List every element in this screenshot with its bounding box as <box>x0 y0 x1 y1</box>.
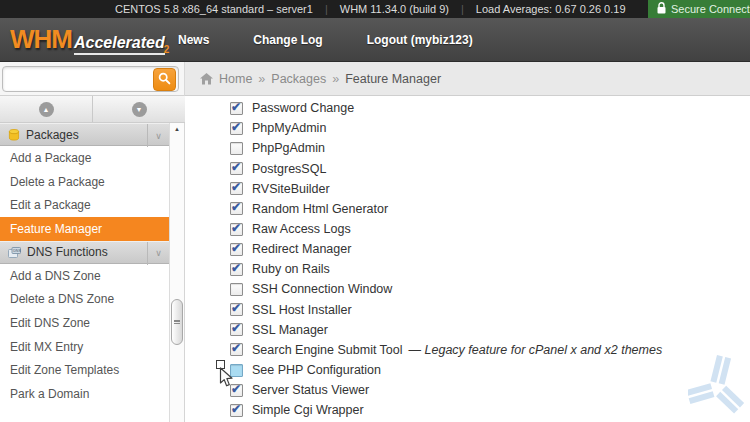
dns-icon: DNS <box>8 247 21 258</box>
section-label: Packages <box>26 128 79 142</box>
lock-icon <box>657 2 666 16</box>
sidebar-nav-list: Packages∨Add a PackageDelete a PackageEd… <box>0 123 169 422</box>
feature-label: Redirect Manager <box>252 242 351 256</box>
sidebar-section-packages[interactable]: Packages∨ <box>0 123 169 146</box>
down-arrow-icon: ▼ <box>132 102 147 117</box>
sidebar-section-dns-functions[interactable]: DNSDNS Functions∨ <box>0 241 169 264</box>
up-arrow-icon: ▲ <box>39 102 54 117</box>
logo-whm-text: WHM <box>10 24 72 55</box>
feature-checkbox[interactable]: ✔ <box>230 162 243 175</box>
mouse-cursor-icon <box>219 367 234 392</box>
feature-checkbox[interactable]: ✔ <box>230 202 243 215</box>
feature-row: ✔PhpMyAdmin <box>185 118 750 138</box>
feature-checkbox[interactable]: ✔ <box>230 404 243 417</box>
nav-logout[interactable]: Logout (mybiz123) <box>367 33 473 47</box>
feature-label: PhpPgAdmin <box>252 141 325 155</box>
feature-checkbox[interactable]: ✔ <box>230 182 243 195</box>
feature-row: ✔Ruby on Rails <box>185 259 750 279</box>
feature-row: ✔Password Change <box>185 98 750 118</box>
feature-checkbox[interactable]: ✔ <box>230 263 243 276</box>
checkmark-icon: ✔ <box>231 200 241 214</box>
whm-version: WHM 11.34.0 (build 9) <box>328 3 461 15</box>
breadcrumb-home[interactable]: Home <box>219 72 252 86</box>
body: ▲ ▼ Packages∨Add a PackageDelete a Packa… <box>0 96 750 422</box>
checkmark-icon: ✔ <box>231 160 241 174</box>
breadcrumb: Home » Packages » Feature Manager <box>185 62 750 96</box>
status-bar: CENTOS 5.8 x86_64 standard – server1 | W… <box>0 0 750 18</box>
secure-connection-badge: Secure Connection <box>648 0 750 18</box>
sidebar-pager: ▲ ▼ <box>0 96 185 123</box>
feature-checkbox[interactable] <box>230 142 243 155</box>
feature-legacy-note: — Legacy feature for cPanel x and x2 the… <box>409 343 663 357</box>
feature-checkbox[interactable]: ✔ <box>230 102 243 115</box>
checkmark-icon: ✔ <box>231 100 241 114</box>
feature-label: Search Engine Submit Tool <box>252 343 403 357</box>
scrollbar-thumb[interactable] <box>171 299 183 345</box>
sidebar-item-delete-a-package[interactable]: Delete a Package <box>0 170 169 194</box>
feature-label: Simple Cgi Wrapper <box>252 403 364 417</box>
breadcrumb-separator: » <box>332 72 339 86</box>
main-content: ✔Password Change✔PhpMyAdminPhpPgAdmin✔Po… <box>185 96 750 422</box>
checkmark-icon: ✔ <box>231 120 241 134</box>
sidebar-item-edit-dns-zone[interactable]: Edit DNS Zone <box>0 311 169 335</box>
feature-label: PostgresSQL <box>252 162 326 176</box>
header: WHM Accelerated 2 News Change Log Logout… <box>0 18 750 62</box>
feature-label: SSL Host Installer <box>252 303 352 317</box>
sidebar-item-edit-mx-entry[interactable]: Edit MX Entry <box>0 335 169 359</box>
sidebar-scrollbar[interactable]: ▲ <box>169 123 185 422</box>
feature-checkbox[interactable]: ✔ <box>230 122 243 135</box>
nav-change-log[interactable]: Change Log <box>253 33 322 47</box>
feature-checkbox[interactable]: ✔ <box>230 343 243 356</box>
feature-checkbox[interactable]: ✔ <box>230 323 243 336</box>
section-label: DNS Functions <box>27 245 108 259</box>
scrollbar-grip-icon <box>174 320 180 324</box>
feature-row: ✔Random Html Generator <box>185 199 750 219</box>
chevron-down-icon[interactable]: ∨ <box>147 242 169 265</box>
sidebar-item-add-a-dns-zone[interactable]: Add a DNS Zone <box>0 264 169 288</box>
scrollbar-up-arrow-icon[interactable]: ▲ <box>170 126 184 132</box>
header-nav: News Change Log Logout (mybiz123) <box>160 33 473 47</box>
svg-text:DNS: DNS <box>13 249 21 253</box>
chevron-down-icon[interactable]: ∨ <box>147 124 169 147</box>
feature-checkbox[interactable]: ✔ <box>230 243 243 256</box>
whm-logo[interactable]: WHM Accelerated 2 <box>0 24 160 55</box>
breadcrumb-packages[interactable]: Packages <box>271 72 326 86</box>
sidebar-item-add-a-package[interactable]: Add a Package <box>0 146 169 170</box>
sidebar-item-park-a-domain[interactable]: Park a Domain <box>0 382 169 406</box>
feature-row: ✔Raw Access Logs <box>185 219 750 239</box>
feature-label: RVSiteBuilder <box>252 182 330 196</box>
feature-label: SSH Connection Window <box>252 282 392 296</box>
sidebar-item-feature-manager[interactable]: Feature Manager <box>0 217 169 241</box>
feature-row: ✔Search Engine Submit Tool— Legacy featu… <box>185 340 750 360</box>
feature-row: ✔Server Status Viewer <box>185 380 750 400</box>
sidebar-item-edit-a-package[interactable]: Edit a Package <box>0 193 169 217</box>
nav-news[interactable]: News <box>178 33 209 47</box>
breadcrumb-current: Feature Manager <box>345 72 441 86</box>
feature-label: Raw Access Logs <box>252 222 351 236</box>
sidebar-scroll-up-button[interactable]: ▲ <box>0 96 93 122</box>
logo-accelerated-text: Accelerated <box>74 34 165 55</box>
whm-feature-manager-page: CENTOS 5.8 x86_64 standard – server1 | W… <box>0 0 750 422</box>
sidebar-item-delete-a-dns-zone[interactable]: Delete a DNS Zone <box>0 287 169 311</box>
search-button[interactable] <box>153 68 176 91</box>
feature-label: Password Change <box>252 101 354 115</box>
checkmark-icon: ✔ <box>231 402 241 416</box>
load-averages: Load Averages: 0.67 0.26 0.19 <box>464 3 638 15</box>
checkmark-icon: ✔ <box>231 301 241 315</box>
feature-checkbox[interactable]: ✔ <box>230 223 243 236</box>
toolbar-row: Home » Packages » Feature Manager <box>0 62 750 96</box>
feature-label: See PHP Configuration <box>252 363 381 377</box>
feature-row: PhpPgAdmin <box>185 138 750 158</box>
logo-sub-2: 2 <box>164 44 170 55</box>
sidebar: ▲ ▼ Packages∨Add a PackageDelete a Packa… <box>0 96 185 422</box>
breadcrumb-separator: » <box>258 72 265 86</box>
sidebar-item-edit-zone-templates[interactable]: Edit Zone Templates <box>0 359 169 383</box>
home-icon <box>200 73 213 85</box>
feature-checkbox[interactable] <box>230 283 243 296</box>
feature-row: See PHP Configuration <box>185 360 750 380</box>
sidebar-scroll-down-button[interactable]: ▼ <box>93 96 185 122</box>
checkmark-icon: ✔ <box>231 241 241 255</box>
feature-label: SSL Manager <box>252 323 328 337</box>
secure-badge-label: Secure Connection <box>671 3 750 15</box>
feature-checkbox[interactable]: ✔ <box>230 303 243 316</box>
